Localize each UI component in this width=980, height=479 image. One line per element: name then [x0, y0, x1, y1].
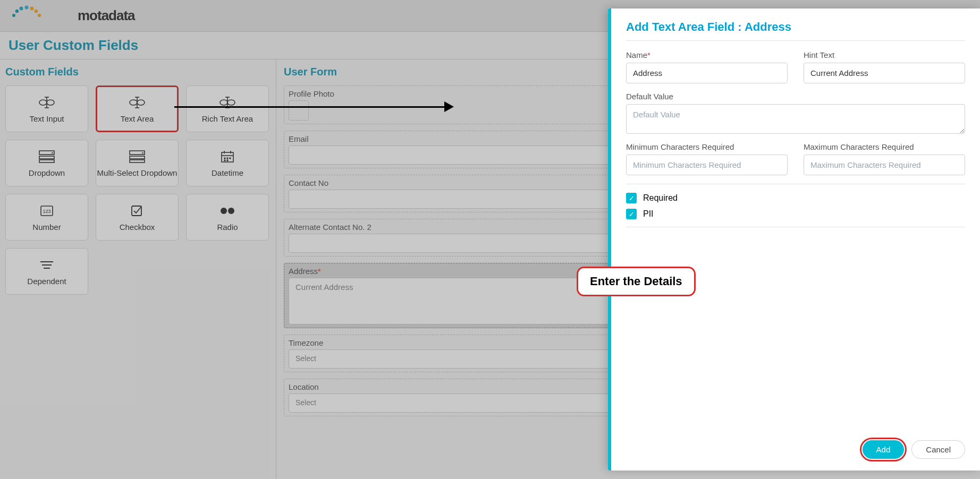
drawer-divider [626, 40, 965, 41]
default-label: Default Value [626, 92, 965, 101]
pii-label: PII [643, 209, 654, 219]
drawer-divider-3 [626, 227, 965, 227]
check-icon: ✓ [626, 193, 637, 203]
annotation-callout: Enter the Details [577, 267, 696, 296]
min-chars-label: Minimum Characters Required [626, 142, 788, 151]
max-chars-label: Maximum Characters Required [804, 142, 965, 151]
default-value-textarea[interactable] [626, 104, 965, 134]
annotation-arrow-line [174, 106, 445, 108]
min-chars-input[interactable] [626, 155, 788, 175]
name-input[interactable] [626, 63, 788, 83]
cancel-button[interactable]: Cancel [911, 440, 965, 459]
drawer-divider-2 [626, 184, 965, 184]
hint-input[interactable] [804, 63, 965, 83]
hint-label: Hint Text [804, 50, 965, 59]
check-icon: ✓ [626, 209, 637, 219]
add-button[interactable]: Add [863, 440, 905, 459]
pii-checkbox-row[interactable]: ✓ PII [626, 209, 965, 219]
add-field-drawer: Add Text Area Field : Address Name* Hint… [608, 8, 980, 471]
drawer-title: Add Text Area Field : Address [626, 20, 965, 34]
name-label: Name* [626, 50, 788, 59]
required-checkbox-row[interactable]: ✓ Required [626, 193, 965, 203]
required-label: Required [643, 193, 678, 203]
annotation-arrow-head [444, 101, 454, 112]
max-chars-input[interactable] [804, 155, 965, 175]
